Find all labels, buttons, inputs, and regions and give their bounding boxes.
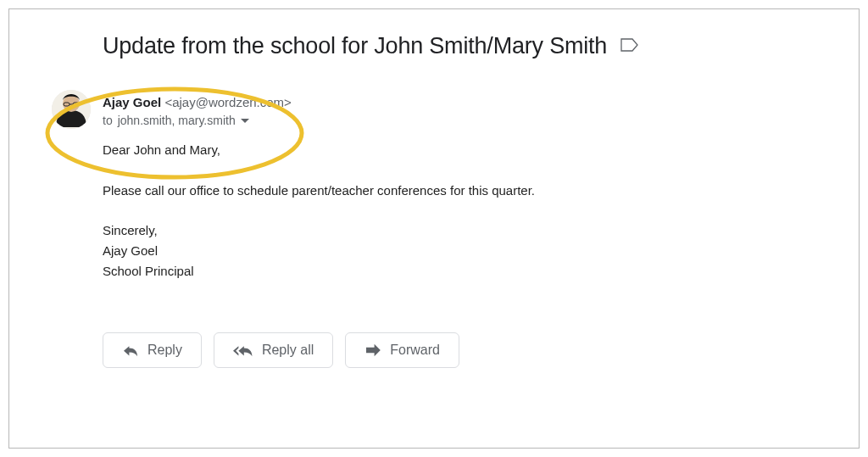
reply-label: Reply [147, 342, 182, 359]
reply-button[interactable]: Reply [103, 332, 202, 368]
reply-icon [122, 343, 139, 357]
subject-row: Update from the school for John Smith/Ma… [103, 33, 782, 59]
chevron-down-icon[interactable] [241, 119, 249, 123]
email-subject: Update from the school for John Smith/Ma… [103, 33, 607, 59]
sender-name: Ajay Goel [103, 95, 161, 109]
forward-button[interactable]: Forward [345, 332, 459, 368]
body-closing: Sincerely, [103, 220, 782, 241]
forward-label: Forward [390, 342, 440, 359]
sender-avatar[interactable] [52, 90, 91, 129]
svg-marker-0 [621, 39, 637, 51]
email-inner: Update from the school for John Smith/Ma… [9, 9, 859, 385]
recipients-prefix: to [103, 114, 113, 127]
sender-block: Ajay Goel <ajay@wordzen.com> to john.smi… [103, 93, 782, 127]
email-frame: Update from the school for John Smith/Ma… [8, 8, 860, 449]
sender-email: <ajay@wordzen.com> [164, 95, 291, 109]
email-body: Dear John and Mary, Please call our offi… [103, 139, 782, 281]
forward-icon [364, 343, 381, 357]
actions-row: Reply Reply all Forward [103, 332, 782, 368]
body-paragraph: Please call our office to schedule paren… [103, 180, 782, 202]
recipients-list: john.smith, mary.smith [118, 114, 236, 127]
recipients-line[interactable]: to john.smith, mary.smith [103, 114, 782, 127]
signature-title: School Principal [103, 261, 782, 281]
label-chip-icon [620, 37, 639, 56]
signature-name: Ajay Goel [103, 241, 782, 261]
reply-all-icon [233, 343, 253, 357]
sender-line: Ajay Goel <ajay@wordzen.com> [103, 93, 782, 112]
body-salutation: Dear John and Mary, [103, 139, 782, 161]
reply-all-button[interactable]: Reply all [214, 332, 333, 368]
reply-all-label: Reply all [262, 342, 314, 359]
